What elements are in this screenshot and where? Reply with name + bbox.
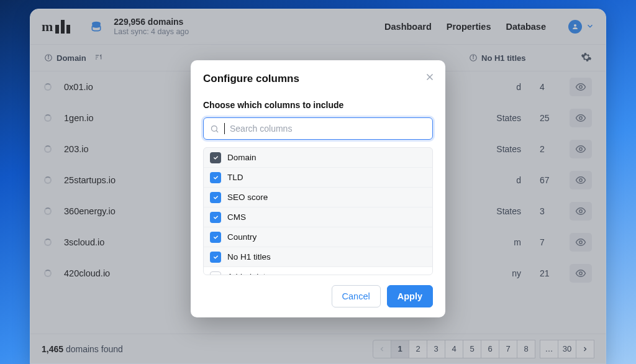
checkbox-on[interactable]	[210, 172, 221, 183]
column-option[interactable]: Country	[204, 227, 432, 247]
column-option-label: SEO score	[227, 193, 268, 202]
search-icon	[210, 124, 219, 134]
modal-subtitle: Choose which columns to include	[203, 100, 433, 110]
checkbox-locked[interactable]	[210, 152, 221, 163]
search-columns-wrap[interactable]	[203, 117, 433, 140]
columns-list: DomainTLDSEO scoreCMSCountryNo H1 titles…	[203, 147, 433, 275]
text-cursor	[224, 123, 225, 134]
close-icon[interactable]	[424, 71, 435, 84]
column-option[interactable]: Added date	[204, 267, 432, 275]
column-option[interactable]: Domain	[204, 148, 432, 168]
checkbox-off[interactable]	[210, 271, 221, 276]
checkbox-on[interactable]	[210, 212, 221, 223]
column-option-label: Added date	[227, 272, 270, 275]
configure-columns-modal: Configure columns Choose which columns t…	[191, 60, 445, 317]
column-option[interactable]: SEO score	[204, 188, 432, 207]
column-option-label: Domain	[227, 153, 257, 162]
search-columns-input[interactable]	[230, 124, 426, 134]
svg-point-20	[212, 125, 217, 131]
apply-button[interactable]: Apply	[387, 285, 433, 307]
column-option[interactable]: CMS	[204, 207, 432, 227]
column-option-label: Country	[227, 232, 257, 242]
checkbox-on[interactable]	[210, 192, 221, 203]
column-option-label: CMS	[227, 212, 246, 222]
svg-line-21	[216, 130, 218, 132]
column-option[interactable]: No H1 titles	[204, 247, 432, 267]
column-option-label: TLD	[227, 173, 243, 182]
cancel-button[interactable]: Cancel	[332, 285, 381, 307]
checkbox-on[interactable]	[210, 232, 221, 243]
column-option[interactable]: TLD	[204, 168, 432, 188]
column-option-label: No H1 titles	[227, 252, 271, 262]
checkbox-on[interactable]	[210, 252, 221, 263]
modal-title: Configure columns	[203, 73, 433, 85]
